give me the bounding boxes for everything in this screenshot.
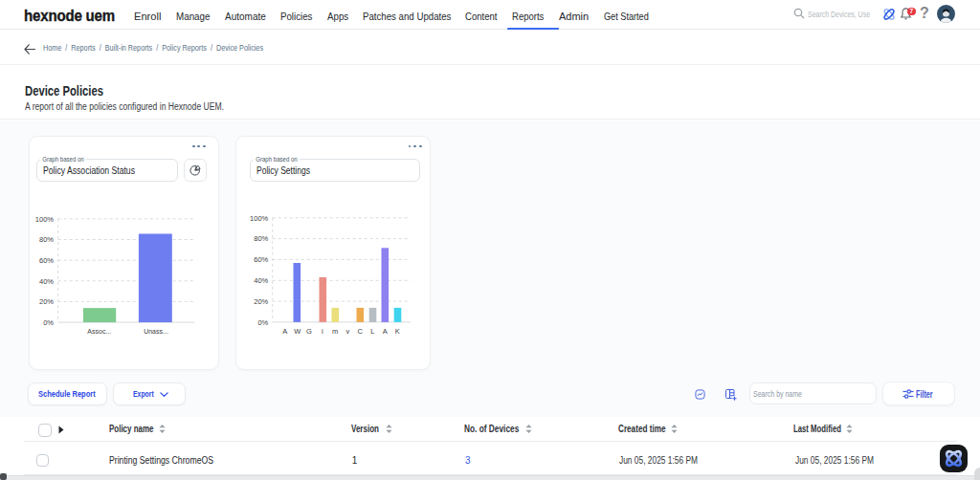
svg-text:m: m [331,327,337,336]
svg-text:20%: 20% [254,297,268,306]
svg-text:80%: 80% [39,235,54,244]
svg-text:Assoc...: Assoc... [87,328,111,335]
svg-text:A: A [382,327,387,336]
svg-text:A: A [282,327,287,336]
svg-text:100%: 100% [35,215,55,224]
svg-text:0%: 0% [257,318,268,327]
svg-text:40%: 40% [254,276,268,285]
svg-text:i: i [322,327,323,336]
svg-text:60%: 60% [254,255,268,264]
svg-text:C: C [357,327,363,336]
svg-text:K: K [394,327,399,336]
svg-text:v: v [345,327,349,336]
svg-text:20%: 20% [39,297,54,306]
svg-text:W: W [294,327,301,336]
svg-text:G: G [305,327,311,336]
svg-text:L: L [370,327,374,336]
svg-text:40%: 40% [39,277,54,286]
svg-text:100%: 100% [250,214,269,223]
svg-text:80%: 80% [254,234,268,243]
svg-text:Unass...: Unass... [144,328,168,335]
svg-text:60%: 60% [39,256,54,265]
svg-text:0%: 0% [43,318,54,327]
